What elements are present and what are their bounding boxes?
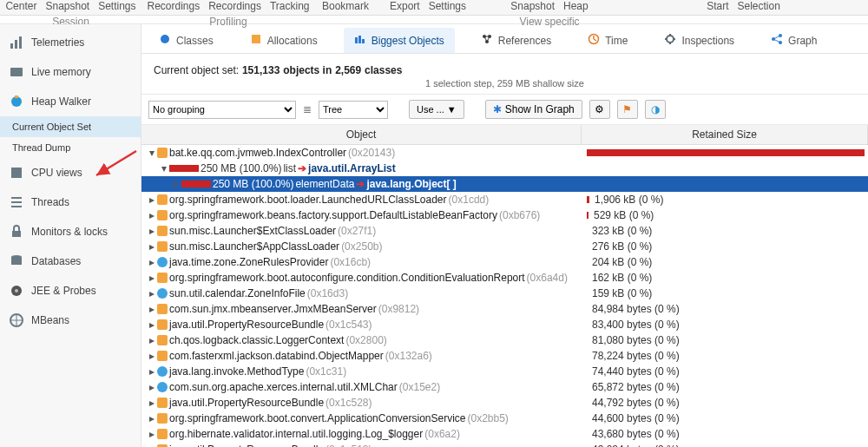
- svg-rect-14: [252, 35, 260, 43]
- expand-icon[interactable]: ▸: [148, 209, 155, 221]
- sidebar-item-mbeans[interactable]: MBeans: [0, 306, 141, 335]
- tab-allocations[interactable]: Allocations: [240, 28, 328, 53]
- tab-label: Time: [605, 35, 628, 47]
- retained-value: 83,400 bytes (0 %): [592, 319, 680, 331]
- expand-icon[interactable]: ▸: [173, 178, 180, 190]
- pin-icon: ⚑: [622, 103, 632, 115]
- table-row[interactable]: ▸ org.springframework.beans.factory.supp…: [141, 207, 868, 223]
- table-row[interactable]: ▸ sun.util.calendar.ZoneInfoFile (0x16d3…: [141, 286, 868, 301]
- tab-inspections[interactable]: Inspections: [654, 28, 745, 53]
- sidebar-sub-thread-dump[interactable]: Thread Dump: [0, 137, 141, 158]
- expand-icon[interactable]: ▸: [148, 319, 155, 331]
- table-row[interactable]: ▸ org.springframework.boot.autoconfigure…: [141, 270, 868, 286]
- sidebar-item-databases[interactable]: Databases: [0, 247, 141, 276]
- use-button[interactable]: Use ... ▼: [409, 100, 464, 119]
- expand-icon[interactable]: ▸: [148, 350, 155, 362]
- retained-value: 44,792 bytes (0 %): [592, 397, 680, 409]
- tab-icon: [481, 33, 493, 48]
- interface-icon: [157, 366, 168, 377]
- sidebar-item-monitors-locks[interactable]: Monitors & locks: [0, 217, 141, 247]
- sidebar-item-heap-walker[interactable]: Heap Walker: [0, 87, 141, 116]
- db-icon: [9, 253, 24, 269]
- table-row[interactable]: ▸ com.sun.jmx.mbeanserver.JmxMBeanServer…: [141, 301, 868, 317]
- sidebar-item-threads[interactable]: Threads: [0, 187, 141, 217]
- col-object[interactable]: Object: [141, 125, 582, 144]
- tab-icon: [250, 33, 262, 48]
- sidebar-item-label: Databases: [31, 255, 81, 267]
- settings-icon-button[interactable]: ⚙: [589, 100, 610, 119]
- table-row[interactable]: ▸ org.hibernate.validator.internal.util.…: [141, 426, 868, 442]
- svg-point-22: [667, 36, 674, 43]
- sidebar-item-cpu-views[interactable]: CPU views: [0, 158, 141, 187]
- expand-icon[interactable]: ▸: [148, 412, 155, 424]
- expand-icon[interactable]: ▸: [148, 287, 155, 299]
- svg-point-13: [161, 35, 169, 43]
- show-in-graph-button[interactable]: ✱Show In Graph: [485, 100, 582, 119]
- table-row[interactable]: ▸ java.util.PropertyResourceBundle (0x1c…: [141, 395, 868, 411]
- grouping-select[interactable]: No grouping: [148, 101, 296, 119]
- sidebar-item-telemetries[interactable]: Telemetries: [0, 28, 141, 57]
- table-row[interactable]: ▸ java.util.PropertyResourceBundle (0x1c…: [141, 317, 868, 332]
- expand-icon[interactable]: ▸: [148, 334, 155, 346]
- tab-graph[interactable]: Graph: [760, 28, 827, 53]
- expand-icon[interactable]: ▸: [148, 194, 155, 206]
- expand-icon[interactable]: ▸: [148, 256, 155, 268]
- table-row[interactable]: ▸ sun.misc.Launcher$ExtClassLoader (0x27…: [141, 223, 868, 239]
- col-retained[interactable]: Retained Size: [582, 125, 868, 144]
- expand-icon[interactable]: ▸: [148, 272, 155, 284]
- retained-value: 159 kB (0 %): [592, 287, 652, 299]
- sidebar-item-label: Monitors & locks: [31, 226, 108, 238]
- svg-rect-7: [12, 231, 21, 237]
- sidebar-item-label: JEE & Probes: [31, 285, 96, 297]
- object-tree[interactable]: ▾ bat.ke.qq.com.jvmweb.IndexController (…: [141, 145, 868, 447]
- pin-icon-button[interactable]: ⚑: [617, 100, 638, 119]
- retained-value: 323 kB (0 %): [592, 225, 652, 237]
- expand-icon[interactable]: ▾: [148, 147, 155, 159]
- expand-icon[interactable]: ▸: [148, 225, 155, 237]
- expand-icon[interactable]: ▸: [148, 397, 155, 409]
- expand-icon[interactable]: ▸: [148, 303, 155, 315]
- grid-header: Object Retained Size: [141, 125, 868, 145]
- sidebar-item-jee-probes[interactable]: JEE & Probes: [0, 276, 141, 306]
- sidebar-item-live-memory[interactable]: Live memory: [0, 57, 141, 87]
- expand-icon[interactable]: ▸: [148, 381, 155, 393]
- expand-icon[interactable]: ▸: [148, 240, 155, 253]
- help-icon-button[interactable]: ◑: [645, 100, 666, 119]
- table-row[interactable]: ▸ org.springframework.boot.convert.Appli…: [141, 411, 868, 426]
- retained-value: 74,440 bytes (0 %): [592, 365, 680, 378]
- table-row[interactable]: ▸ java.time.zone.ZoneRulesProvider (0x16…: [141, 254, 868, 270]
- class-icon: [157, 273, 168, 283]
- tab-references[interactable]: References: [470, 28, 562, 53]
- sidebar-item-label: Threads: [31, 196, 69, 208]
- retained-value: 204 kB (0 %): [592, 256, 652, 268]
- table-row[interactable]: ▾ 250 MB (100.0%) list ➔ java.util.Array…: [141, 161, 868, 176]
- class-icon: [157, 319, 168, 330]
- tab-classes[interactable]: Classes: [148, 28, 224, 53]
- tree-select[interactable]: Tree: [319, 101, 388, 119]
- sidebar-item-label: Live memory: [31, 66, 91, 78]
- expand-icon[interactable]: ▸: [148, 428, 155, 440]
- threads-icon: [9, 194, 24, 210]
- table-row[interactable]: ▸ com.sun.org.apache.xerces.internal.uti…: [141, 379, 868, 395]
- table-row[interactable]: ▸ java.lang.invoke.MethodType (0x1c31)74…: [141, 364, 868, 379]
- sidebar-sub-current-object-set[interactable]: Current Object Set: [0, 116, 141, 137]
- table-row[interactable]: ▸ sun.misc.Launcher$AppClassLoader (0x25…: [141, 239, 868, 254]
- expand-icon[interactable]: ▸: [148, 444, 155, 447]
- table-row[interactable]: ▸ 250 MB (100.0%) elementData ➔ java.lan…: [141, 176, 868, 192]
- retained-value: 81,080 bytes (0 %): [592, 334, 680, 346]
- svg-rect-16: [358, 36, 361, 43]
- class-icon: [157, 148, 168, 158]
- tab-biggest-objects[interactable]: Biggest Objects: [344, 28, 455, 53]
- retained-value: 1,906 kB (0 %): [595, 194, 663, 206]
- class-icon: [157, 429, 168, 439]
- table-row[interactable]: ▸ com.fasterxml.jackson.databind.ObjectM…: [141, 348, 868, 364]
- tab-time[interactable]: Time: [577, 28, 638, 53]
- view-tabs: ClassesAllocationsBiggest ObjectsReferen…: [141, 24, 868, 54]
- table-row[interactable]: ▸ ch.qos.logback.classic.LoggerContext (…: [141, 332, 868, 348]
- expand-icon[interactable]: ▸: [148, 365, 155, 378]
- table-row[interactable]: ▸ org.springframework.boot.loader.Launch…: [141, 192, 868, 207]
- expand-icon[interactable]: ▾: [161, 162, 168, 174]
- table-row[interactable]: ▾ bat.ke.qq.com.jvmweb.IndexController (…: [141, 145, 868, 161]
- interface-icon: [157, 382, 168, 392]
- table-row[interactable]: ▸ java.util.PropertyResourceBundle (0x1c…: [141, 442, 868, 447]
